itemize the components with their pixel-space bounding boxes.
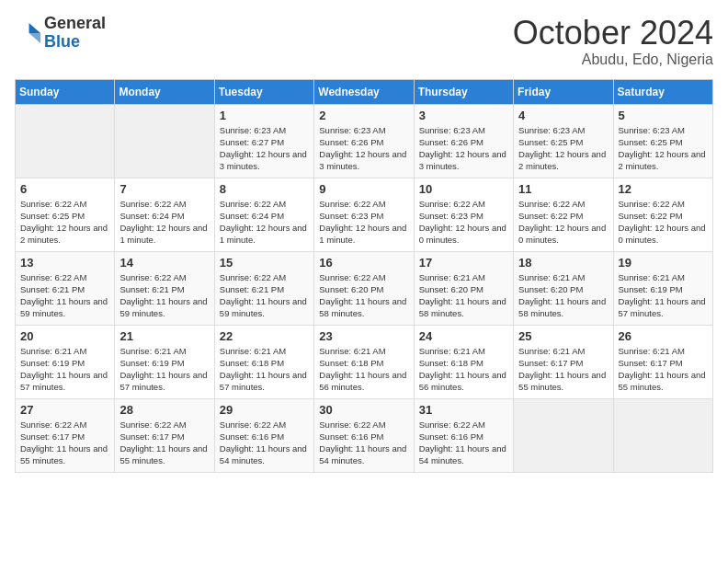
day-number: 23: [319, 329, 408, 343]
calendar-day-cell: [115, 104, 214, 178]
weekday-header: Sunday: [16, 79, 115, 104]
day-info: Sunrise: 6:23 AM Sunset: 6:25 PM Dayligh…: [619, 124, 708, 173]
calendar-week-row: 6Sunrise: 6:22 AM Sunset: 6:25 PM Daylig…: [16, 178, 713, 251]
location-title: Abudu, Edo, Nigeria: [513, 52, 713, 68]
day-info: Sunrise: 6:22 AM Sunset: 6:16 PM Dayligh…: [419, 419, 508, 467]
weekday-header: Monday: [115, 79, 214, 104]
calendar-table: SundayMondayTuesdayWednesdayThursdayFrid…: [15, 79, 713, 473]
day-number: 3: [419, 109, 508, 122]
day-info: Sunrise: 6:22 AM Sunset: 6:23 PM Dayligh…: [319, 198, 408, 247]
logo-icon: [15, 20, 40, 46]
day-number: 1: [220, 109, 309, 122]
day-info: Sunrise: 6:21 AM Sunset: 6:20 PM Dayligh…: [419, 271, 508, 320]
calendar-day-cell: [514, 398, 613, 472]
day-info: Sunrise: 6:21 AM Sunset: 6:17 PM Dayligh…: [518, 345, 608, 394]
day-number: 19: [619, 256, 708, 270]
calendar-day-cell: 30Sunrise: 6:22 AM Sunset: 6:16 PM Dayli…: [314, 398, 414, 472]
calendar-day-cell: 9Sunrise: 6:22 AM Sunset: 6:23 PM Daylig…: [314, 178, 414, 251]
day-info: Sunrise: 6:23 AM Sunset: 6:25 PM Dayligh…: [518, 124, 608, 173]
calendar-day-cell: 3Sunrise: 6:23 AM Sunset: 6:26 PM Daylig…: [414, 104, 513, 178]
weekday-header: Tuesday: [214, 79, 313, 104]
day-number: 21: [119, 329, 209, 343]
day-number: 28: [119, 403, 209, 417]
day-number: 13: [20, 256, 109, 270]
calendar-day-cell: 11Sunrise: 6:22 AM Sunset: 6:22 PM Dayli…: [514, 178, 613, 251]
day-info: Sunrise: 6:22 AM Sunset: 6:24 PM Dayligh…: [220, 198, 309, 247]
weekday-header: Thursday: [414, 79, 513, 104]
logo-line2: Blue: [44, 33, 106, 52]
day-info: Sunrise: 6:22 AM Sunset: 6:25 PM Dayligh…: [20, 198, 109, 247]
calendar-week-row: 13Sunrise: 6:22 AM Sunset: 6:21 PM Dayli…: [16, 251, 713, 325]
calendar-day-cell: 17Sunrise: 6:21 AM Sunset: 6:20 PM Dayli…: [414, 251, 513, 325]
calendar-day-cell: 14Sunrise: 6:22 AM Sunset: 6:21 PM Dayli…: [115, 251, 214, 325]
calendar-day-cell: 27Sunrise: 6:22 AM Sunset: 6:17 PM Dayli…: [16, 398, 115, 472]
day-number: 2: [319, 109, 408, 122]
day-number: 6: [20, 182, 109, 196]
day-info: Sunrise: 6:21 AM Sunset: 6:19 PM Dayligh…: [20, 345, 109, 394]
calendar-day-cell: 28Sunrise: 6:22 AM Sunset: 6:17 PM Dayli…: [115, 398, 214, 472]
day-number: 4: [518, 109, 608, 122]
weekday-row: SundayMondayTuesdayWednesdayThursdayFrid…: [16, 79, 713, 104]
calendar-week-row: 27Sunrise: 6:22 AM Sunset: 6:17 PM Dayli…: [16, 398, 713, 472]
day-number: 14: [119, 256, 209, 270]
day-info: Sunrise: 6:22 AM Sunset: 6:21 PM Dayligh…: [20, 271, 109, 320]
day-info: Sunrise: 6:22 AM Sunset: 6:21 PM Dayligh…: [119, 271, 209, 320]
day-info: Sunrise: 6:21 AM Sunset: 6:20 PM Dayligh…: [518, 271, 608, 320]
calendar-day-cell: 10Sunrise: 6:22 AM Sunset: 6:23 PM Dayli…: [414, 178, 513, 251]
calendar-day-cell: 7Sunrise: 6:22 AM Sunset: 6:24 PM Daylig…: [115, 178, 214, 251]
month-title: October 2024: [513, 15, 713, 52]
day-info: Sunrise: 6:21 AM Sunset: 6:18 PM Dayligh…: [419, 345, 508, 394]
day-info: Sunrise: 6:21 AM Sunset: 6:19 PM Dayligh…: [619, 271, 708, 320]
calendar-week-row: 1Sunrise: 6:23 AM Sunset: 6:27 PM Daylig…: [16, 104, 713, 178]
day-number: 29: [220, 403, 309, 417]
day-number: 25: [518, 329, 608, 343]
calendar-day-cell: 2Sunrise: 6:23 AM Sunset: 6:26 PM Daylig…: [314, 104, 414, 178]
svg-marker-0: [29, 23, 40, 33]
day-info: Sunrise: 6:23 AM Sunset: 6:26 PM Dayligh…: [419, 124, 508, 173]
logo-line1: General: [44, 15, 106, 33]
calendar-day-cell: 6Sunrise: 6:22 AM Sunset: 6:25 PM Daylig…: [16, 178, 115, 251]
calendar-day-cell: [16, 104, 115, 178]
day-number: 17: [419, 256, 508, 270]
logo: General Blue: [15, 15, 106, 52]
weekday-header: Wednesday: [314, 79, 414, 104]
calendar-day-cell: 12Sunrise: 6:22 AM Sunset: 6:22 PM Dayli…: [613, 178, 712, 251]
day-number: 11: [518, 182, 608, 196]
calendar-day-cell: 20Sunrise: 6:21 AM Sunset: 6:19 PM Dayli…: [16, 325, 115, 398]
day-info: Sunrise: 6:22 AM Sunset: 6:22 PM Dayligh…: [619, 198, 708, 247]
calendar-body: 1Sunrise: 6:23 AM Sunset: 6:27 PM Daylig…: [16, 104, 713, 472]
calendar-day-cell: 19Sunrise: 6:21 AM Sunset: 6:19 PM Dayli…: [613, 251, 712, 325]
day-info: Sunrise: 6:22 AM Sunset: 6:24 PM Dayligh…: [119, 198, 209, 247]
calendar-day-cell: 29Sunrise: 6:22 AM Sunset: 6:16 PM Dayli…: [214, 398, 313, 472]
day-number: 24: [419, 329, 508, 343]
day-info: Sunrise: 6:22 AM Sunset: 6:23 PM Dayligh…: [419, 198, 508, 247]
day-number: 27: [20, 403, 109, 417]
day-number: 18: [518, 256, 608, 270]
page-header: General Blue October 2024 Abudu, Edo, Ni…: [15, 15, 713, 68]
logo-text: General Blue: [44, 15, 106, 52]
calendar-day-cell: 5Sunrise: 6:23 AM Sunset: 6:25 PM Daylig…: [613, 104, 712, 178]
day-number: 16: [319, 256, 408, 270]
calendar-day-cell: 16Sunrise: 6:22 AM Sunset: 6:20 PM Dayli…: [314, 251, 414, 325]
day-number: 5: [619, 109, 708, 122]
calendar-week-row: 20Sunrise: 6:21 AM Sunset: 6:19 PM Dayli…: [16, 325, 713, 398]
day-info: Sunrise: 6:21 AM Sunset: 6:18 PM Dayligh…: [319, 345, 408, 394]
calendar-day-cell: 26Sunrise: 6:21 AM Sunset: 6:17 PM Dayli…: [613, 325, 712, 398]
day-number: 30: [319, 403, 408, 417]
day-number: 31: [419, 403, 508, 417]
day-number: 20: [20, 329, 109, 343]
calendar-day-cell: 31Sunrise: 6:22 AM Sunset: 6:16 PM Dayli…: [414, 398, 513, 472]
calendar-day-cell: [613, 398, 712, 472]
day-info: Sunrise: 6:23 AM Sunset: 6:26 PM Dayligh…: [319, 124, 408, 173]
day-info: Sunrise: 6:21 AM Sunset: 6:17 PM Dayligh…: [619, 345, 708, 394]
day-info: Sunrise: 6:22 AM Sunset: 6:17 PM Dayligh…: [119, 419, 209, 467]
day-info: Sunrise: 6:22 AM Sunset: 6:20 PM Dayligh…: [319, 271, 408, 320]
day-number: 22: [220, 329, 309, 343]
day-number: 9: [319, 182, 408, 196]
calendar-day-cell: 18Sunrise: 6:21 AM Sunset: 6:20 PM Dayli…: [514, 251, 613, 325]
title-block: October 2024 Abudu, Edo, Nigeria: [513, 15, 713, 68]
day-number: 7: [119, 182, 209, 196]
day-number: 8: [220, 182, 309, 196]
day-info: Sunrise: 6:22 AM Sunset: 6:16 PM Dayligh…: [319, 419, 408, 467]
calendar-day-cell: 15Sunrise: 6:22 AM Sunset: 6:21 PM Dayli…: [214, 251, 313, 325]
